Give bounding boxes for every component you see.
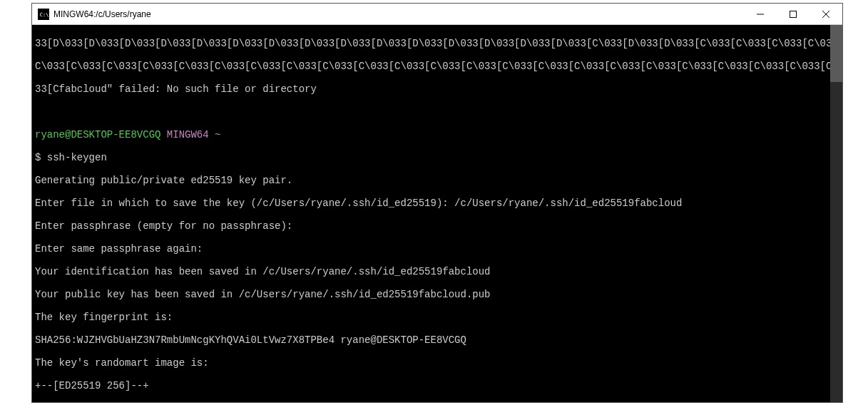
close-button[interactable] [810,4,842,24]
output-line: Your public key has been saved in /c/Use… [35,289,839,300]
scrollbar[interactable] [830,25,842,402]
prompt-user: ryane@DESKTOP-EE8VCGQ [35,129,160,140]
prompt-line: ryane@DESKTOP-EE8VCGQ MINGW64 ~ [35,129,839,140]
output-line: The key's randomart image is: [35,357,839,369]
window-title: MINGW64:/c/Users/ryane [53,9,744,19]
command-line: $ ssh-keygen [35,152,839,163]
terminal-icon: C:\ [38,9,49,20]
output-line: C\033[C\033[C\033[C\033[C\033[C\033[C\03… [35,61,839,72]
terminal-content[interactable]: 33[D\033[D\033[D\033[D\033[D\033[D\033[D… [32,25,842,402]
output-line: 33[Cfabcloud" failed: No such file or di… [35,83,839,95]
output-line: Your identification has been saved in /c… [35,266,839,277]
minimize-button[interactable] [744,4,777,24]
svg-rect-3 [790,11,797,17]
output-line: 33[D\033[D\033[D\033[D\033[D\033[D\033[D… [35,38,839,49]
scrollbar-thumb[interactable] [830,25,842,82]
output-line: The key fingerprint is: [35,312,839,323]
svg-text:C:\: C:\ [40,11,48,17]
output-line: Enter same passphrase again: [35,243,839,255]
randomart-line: +--[ED25519 256]--+ [35,380,839,391]
window-titlebar[interactable]: C:\ MINGW64:/c/Users/ryane [32,4,842,25]
output-line: Enter file in which to save the key (/c/… [35,198,839,209]
terminal-window: C:\ MINGW64:/c/Users/ryane 33[D\033[D\03… [31,3,843,403]
prompt-path: ~ [209,129,221,140]
window-controls [744,4,842,24]
output-line: SHA256:WJZHVGbUaHZ3N7RmbUmNcgKYhQVAi0LtV… [35,334,839,346]
maximize-button[interactable] [777,4,810,24]
terminal-text: 33[D\033[D\033[D\033[D\033[D\033[D\033[D… [32,25,842,402]
output-line: Generating public/private ed25519 key pa… [35,175,839,186]
output-line: Enter passphrase (empty for no passphras… [35,220,839,232]
blank-line [35,106,839,118]
prompt-env: MINGW64 [160,129,208,140]
